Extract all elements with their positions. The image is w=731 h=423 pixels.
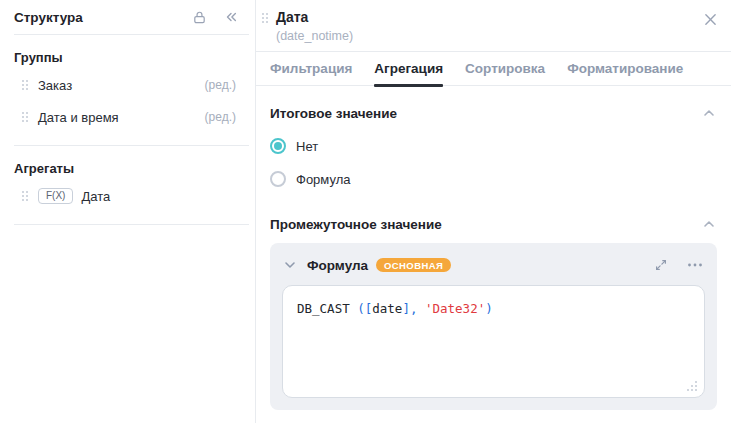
formula-card: Формула ОСНОВНАЯ <box>270 243 717 410</box>
group-item-label: Заказ <box>38 78 72 93</box>
aggregate-item-data[interactable]: F(X) Дата <box>0 180 255 212</box>
field-settings-panel: Дата (date_notime) Фильтрация Агрегация … <box>256 0 731 423</box>
aggregates-heading: Агрегаты <box>14 161 241 176</box>
sidebar-divider <box>14 224 249 225</box>
aggregate-item-label: Дата <box>81 189 110 204</box>
formula-token: ) <box>485 301 493 316</box>
group-item-date-time[interactable]: Дата и время (ред.) <box>0 101 255 133</box>
expand-icon[interactable] <box>651 255 671 275</box>
radio-option-formula[interactable]: Формула <box>270 171 717 187</box>
chevron-down-icon[interactable] <box>282 257 298 273</box>
tab-content: Итоговое значение Нет Формула Промежуточ… <box>256 86 731 423</box>
formula-token <box>417 301 425 316</box>
formula-token: DB_CAST <box>297 301 350 316</box>
intermediate-value-heading: Промежуточное значение <box>270 217 442 232</box>
chevron-up-icon[interactable] <box>701 105 717 121</box>
radio-selected-icon[interactable] <box>270 138 286 154</box>
panel-subtitle: (date_notime) <box>276 29 717 43</box>
drag-handle-icon[interactable] <box>22 112 28 122</box>
sidebar-divider <box>14 145 249 146</box>
drag-handle-icon[interactable] <box>262 13 268 23</box>
formula-code: DB_CAST ([date], 'Date32') <box>297 301 493 316</box>
radio-label[interactable]: Нет <box>296 139 318 154</box>
sidebar-divider <box>14 34 249 35</box>
total-value-section-header: Итоговое значение <box>270 105 717 121</box>
resize-grip-icon[interactable] <box>687 381 697 391</box>
drag-handle-icon[interactable] <box>22 191 28 201</box>
lock-icon[interactable] <box>191 9 207 25</box>
radio-label[interactable]: Формула <box>296 172 350 187</box>
close-icon[interactable] <box>701 10 719 28</box>
tab-sorting[interactable]: Сортировка <box>465 52 545 86</box>
formula-code-editor[interactable]: DB_CAST ([date], 'Date32') <box>282 285 705 398</box>
formula-token: ], <box>402 301 417 316</box>
intermediate-value-section-header: Промежуточное значение <box>270 216 717 232</box>
group-item-label: Дата и время <box>38 110 119 125</box>
panel-title: Дата <box>276 9 717 25</box>
panel-header: Дата (date_notime) <box>256 0 731 52</box>
more-options-icon[interactable] <box>685 255 705 275</box>
tab-formatting[interactable]: Форматирование <box>567 52 683 86</box>
settings-tabs: Фильтрация Агрегация Сортировка Форматир… <box>256 52 731 86</box>
radio-option-net[interactable]: Нет <box>270 138 717 154</box>
drag-handle-icon[interactable] <box>22 80 28 90</box>
formula-fx-badge: F(X) <box>38 188 73 204</box>
sidebar-header: Структура <box>0 0 255 34</box>
tab-filtering[interactable]: Фильтрация <box>270 52 352 86</box>
group-edit-link[interactable]: (ред.) <box>205 78 236 92</box>
radio-unselected-icon[interactable] <box>270 171 286 187</box>
structure-sidebar: Структура Группы Заказ <box>0 0 256 423</box>
groups-heading: Группы <box>14 50 241 65</box>
group-edit-link[interactable]: (ред.) <box>205 110 236 124</box>
formula-card-title: Формула <box>307 258 368 273</box>
app-window: Структура Группы Заказ <box>0 0 731 423</box>
sidebar-title: Структура <box>14 10 83 25</box>
primary-badge: ОСНОВНАЯ <box>376 258 451 273</box>
formula-token: 'Date32' <box>425 301 485 316</box>
group-item-zakaz[interactable]: Заказ (ред.) <box>0 69 255 101</box>
total-value-heading: Итоговое значение <box>270 106 397 121</box>
formula-card-header: Формула ОСНОВНАЯ <box>282 255 705 275</box>
collapse-sidebar-icon[interactable] <box>223 9 239 25</box>
tab-aggregation[interactable]: Агрегация <box>374 52 443 86</box>
formula-token: ([ <box>357 301 372 316</box>
chevron-up-icon[interactable] <box>701 216 717 232</box>
formula-token: date <box>372 301 402 316</box>
